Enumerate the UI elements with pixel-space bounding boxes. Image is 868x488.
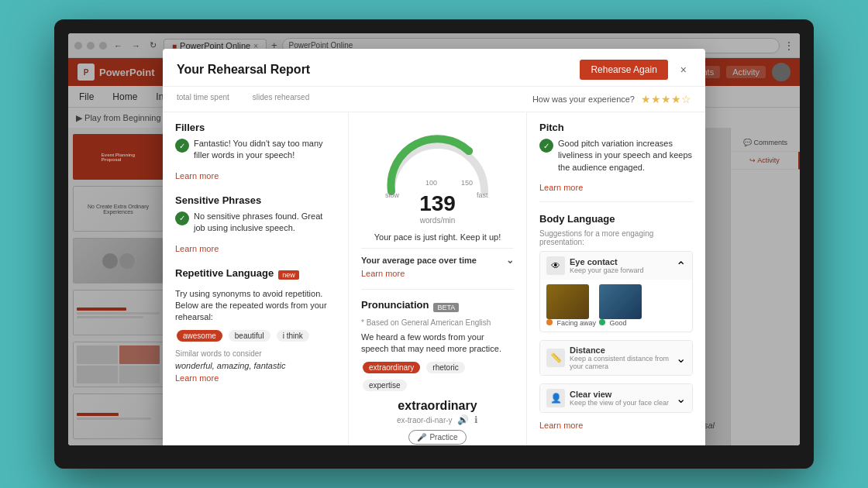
pron-tag-extraordinary[interactable]: extraordinary — [363, 362, 420, 373]
eye-contact-item: 👁 Eye contact Keep your gaze forward ⌃ — [539, 251, 693, 332]
fillers-section: Fillers ✓ Fantastic! You didn't say too … — [175, 122, 336, 180]
total-time-stat: total time spent — [177, 93, 229, 105]
distance-title: Distance — [570, 345, 671, 355]
fillers-text: Fantastic! You didn't say too many fille… — [194, 138, 336, 162]
experience-label: How was your experience? — [532, 95, 635, 104]
eye-contact-chevron[interactable]: ⌃ — [676, 259, 686, 273]
avg-pace-row: Your average pace over time ⌄ — [361, 248, 514, 266]
modal-title: Your Rehearsal Report — [177, 63, 310, 77]
eye-imgs-row: Facing away Good — [546, 284, 686, 327]
pace-learn-more[interactable]: Learn more — [361, 269, 514, 278]
experience-row: How was your experience? ★★★★☆ — [532, 93, 691, 105]
slides-rehearsed-label: slides rehearsed — [253, 93, 309, 101]
clear-view-icon: 👤 — [546, 389, 565, 407]
practice-btn[interactable]: 🎤 Practice — [408, 430, 466, 445]
practice-btn-label: Practice — [429, 433, 457, 442]
modal-center-col: slow fast 100 150 139 words/min Your pac… — [349, 112, 527, 445]
pron-tag-expertise[interactable]: expertise — [363, 380, 407, 391]
sensitive-phrases-section: Sensitive Phrases ✓ No sensitive phrases… — [175, 194, 336, 253]
repetitive-section: Repetitive Language new Try using synony… — [175, 267, 336, 383]
pron-phonetic-text: ex-traor-di-nar-y — [397, 416, 453, 424]
pitch-check-row: ✓ Good pitch variation increases livelin… — [539, 138, 693, 178]
eye-contact-subtitle: Keep your gaze forward — [570, 266, 671, 274]
svg-text:slow: slow — [385, 191, 400, 199]
distance-icon: 📏 — [546, 349, 565, 367]
sensitive-check-icon: ✓ — [175, 211, 189, 225]
body-lang-learn-more[interactable]: Learn more — [539, 421, 693, 430]
body-lang-title: Body Language — [539, 213, 693, 225]
pron-tag-rhetoric[interactable]: rhetoric — [426, 362, 464, 373]
modal-left-col: Fillers ✓ Fantastic! You didn't say too … — [163, 112, 349, 445]
pitch-section: Pitch ✓ Good pitch variation increases l… — [539, 122, 693, 202]
fillers-check-row: ✓ Fantastic! You didn't say too many fil… — [175, 138, 336, 167]
svg-text:150: 150 — [461, 179, 473, 187]
pitch-learn-more[interactable]: Learn more — [539, 183, 693, 192]
clear-view-title: Clear view — [570, 390, 671, 399]
pronunciation-based-on: * Based on General American English — [361, 318, 514, 327]
pron-phonetic: ex-traor-di-nar-y 🔊 ℹ — [361, 414, 514, 425]
suggestions-value: wonderful, amazing, fantastic — [175, 361, 336, 370]
clear-view-header[interactable]: 👤 Clear view Keep the view of your face … — [540, 384, 692, 412]
modal-close-btn[interactable]: × — [676, 62, 691, 77]
eye-contact-header[interactable]: 👁 Eye contact Keep your gaze forward ⌃ — [540, 252, 692, 280]
distance-chevron[interactable]: ⌄ — [676, 351, 686, 366]
pace-value: 139 — [419, 191, 456, 216]
pron-word: extraordinary — [361, 399, 514, 413]
fillers-check-icon: ✓ — [175, 139, 189, 153]
avg-pace-chevron[interactable]: ⌄ — [506, 255, 514, 266]
fillers-title: Fillers — [175, 122, 336, 133]
repetitive-new-badge: new — [278, 270, 299, 280]
svg-point-0 — [465, 147, 473, 155]
distance-header[interactable]: 📏 Distance Keep a consistent distance fr… — [540, 341, 692, 375]
pronunciation-desc: We heard a few words from your speech th… — [361, 332, 514, 356]
pitch-title: Pitch — [539, 122, 693, 133]
modal-header: Your Rehearsal Report Rehearse Again × — [163, 49, 705, 87]
rehearsal-report-modal: Your Rehearsal Report Rehearse Again × t… — [163, 49, 705, 445]
clear-view-item: 👤 Clear view Keep the view of your face … — [539, 383, 693, 413]
pron-info-icon[interactable]: ℹ — [474, 414, 478, 425]
pron-audio-icon[interactable]: 🔊 — [457, 414, 469, 425]
modal-right-col: Pitch ✓ Good pitch variation increases l… — [527, 112, 705, 445]
pace-message: Your pace is just right. Keep it up! — [361, 232, 514, 242]
sensitive-check-row: ✓ No sensitive phrases found. Great job … — [175, 211, 336, 239]
laptop-screen: ← → ↻ ■ PowerPoint Online × + PowerPoint… — [68, 33, 800, 445]
rehearse-again-btn[interactable]: Rehearse Again — [580, 60, 667, 80]
suggestions-label: Similar words to consider — [175, 349, 336, 358]
total-time-label: total time spent — [177, 93, 229, 101]
sensitive-title: Sensitive Phrases — [175, 194, 336, 206]
green-dot — [599, 319, 605, 325]
slides-rehearsed-stat: slides rehearsed — [253, 93, 309, 105]
rep-tag-awesome[interactable]: awesome — [177, 330, 222, 342]
distance-item: 📏 Distance Keep a consistent distance fr… — [539, 340, 693, 376]
repetitive-tags: awesome beautiful i think — [175, 328, 336, 343]
pronunciation-tags: extraordinary rhetoric expertise — [361, 360, 514, 393]
laptop-shell: ← → ↻ ■ PowerPoint Online × + PowerPoint… — [54, 19, 814, 469]
good-label: Good — [599, 319, 642, 327]
stats-row: total time spent slides rehearsed How wa… — [163, 87, 705, 112]
pitch-check-icon: ✓ — [539, 139, 553, 153]
pace-unit: words/min — [420, 216, 456, 225]
pitch-text: Good pitch variation increases livelines… — [558, 138, 693, 174]
sensitive-learn-more[interactable]: Learn more — [175, 244, 336, 253]
repetitive-learn-more[interactable]: Learn more — [175, 373, 336, 383]
clear-view-chevron[interactable]: ⌄ — [676, 391, 686, 406]
practice-mic-icon: 🎤 — [417, 433, 426, 442]
pronunciation-header: Pronunciation BETA — [361, 299, 514, 315]
rep-tag-ithink[interactable]: i think — [277, 330, 309, 342]
repetitive-desc: Try using synonyms to avoid repetition. … — [175, 288, 336, 324]
eye-img-bad — [546, 284, 589, 319]
experience-stars[interactable]: ★★★★☆ — [641, 93, 691, 105]
rep-tag-beautiful[interactable]: beautiful — [229, 330, 270, 342]
pronunciation-beta-badge: BETA — [433, 303, 459, 312]
eye-contact-icon: 👁 — [546, 256, 565, 275]
distance-subtitle: Keep a consistent distance from your cam… — [570, 355, 671, 370]
facing-away-label: Facing away — [546, 319, 596, 327]
body-language-section: Body Language Suggestions for a more eng… — [539, 213, 693, 430]
pace-section: slow fast 100 150 139 words/min Your pac… — [361, 129, 514, 278]
modal-header-right: Rehearse Again × — [580, 60, 691, 80]
orange-dot — [546, 319, 553, 325]
fillers-learn-more[interactable]: Learn more — [175, 171, 336, 180]
eye-contact-content: Facing away Good — [540, 280, 692, 332]
pace-gauge-svg: slow fast 100 150 — [376, 129, 500, 199]
modal-overlay: Your Rehearsal Report Rehearse Again × t… — [68, 33, 800, 445]
